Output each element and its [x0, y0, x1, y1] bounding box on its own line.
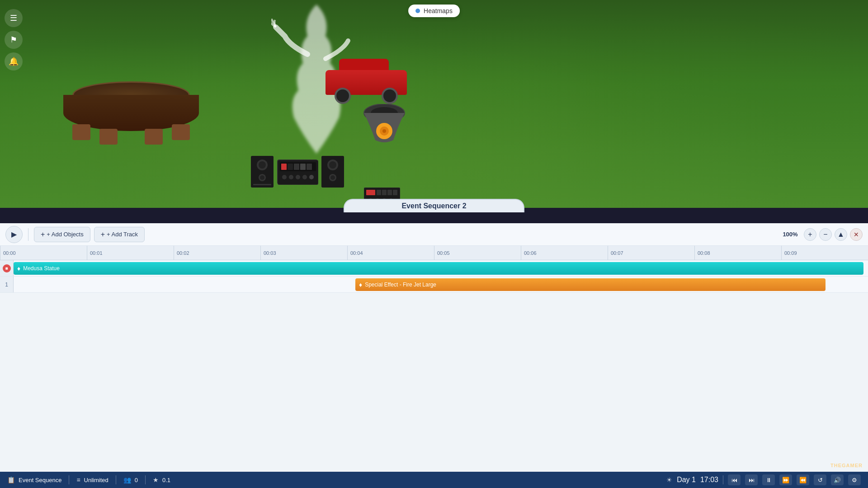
- time-mark-0: 00:00: [0, 246, 87, 260]
- visitors-count: 0: [135, 477, 138, 483]
- plus-icon-1: +: [41, 230, 45, 239]
- svg-point-4: [382, 129, 386, 133]
- track-content-medusa: ♦ Medusa Statue: [14, 260, 868, 276]
- play-button[interactable]: ▶: [5, 226, 23, 243]
- add-objects-label: + Add Objects: [47, 231, 83, 238]
- clip-fire-icon: ♦: [359, 281, 362, 288]
- svg-rect-32: [387, 190, 392, 195]
- svg-point-21: [302, 175, 307, 179]
- close-sequencer-button[interactable]: ✕: [850, 228, 863, 241]
- svg-rect-33: [393, 190, 397, 195]
- svg-point-27: [330, 175, 335, 180]
- zoom-controls: 100% + − ▲ ✕: [779, 228, 863, 241]
- track-delete-button-medusa[interactable]: ■: [3, 264, 11, 272]
- red-car-object: [326, 63, 407, 104]
- status-right: ☀ Day 1 17:03 ⏮ ⏭ ⏸ ⏩ ⏪ ↺ 🔊 ⚙: [666, 474, 861, 485]
- clip-medusa[interactable]: ♦ Medusa Statue: [14, 262, 863, 275]
- visitors-icon: 👥: [123, 476, 131, 483]
- svg-rect-16: [300, 164, 306, 170]
- sound-button[interactable]: 🔊: [831, 474, 844, 485]
- status-rating: ★ 0.1: [153, 476, 170, 483]
- add-track-label: + Add Track: [107, 231, 138, 238]
- sequencer-arch: Event Sequencer 2: [344, 199, 524, 212]
- scroll-up-button[interactable]: ▲: [835, 228, 847, 241]
- viewport-scene: [0, 0, 868, 208]
- tracks-container: ■ ♦ Medusa Statue 1 ♦ Special Effect - F…: [0, 260, 868, 293]
- svg-point-20: [296, 175, 300, 179]
- mixer: [277, 160, 318, 184]
- unlimited-icon: ≡: [76, 476, 80, 483]
- status-time: 17:03: [700, 476, 718, 484]
- svg-point-18: [282, 175, 287, 179]
- car-wheel-rear: [382, 88, 398, 104]
- time-mark-1: 00:01: [87, 246, 174, 260]
- unlimited-label: Unlimited: [84, 477, 108, 483]
- status-divider-3: [145, 475, 146, 484]
- track-row-1: 1 ♦ Special Effect - Fire Jet Large: [0, 277, 868, 293]
- track-content-1: ♦ Special Effect - Fire Jet Large: [14, 277, 868, 292]
- sun-icon: ☀: [666, 476, 672, 483]
- clip-medusa-label: Medusa Statue: [23, 265, 60, 272]
- time-mark-6: 00:06: [521, 246, 608, 260]
- speaker-right: [321, 156, 344, 188]
- svg-point-22: [309, 175, 314, 179]
- zoom-out-button[interactable]: −: [819, 228, 832, 241]
- clip-fire-jet[interactable]: ♦ Special Effect - Fire Jet Large: [355, 278, 826, 291]
- svg-rect-13: [281, 164, 287, 170]
- clip-medusa-icon: ♦: [17, 265, 20, 272]
- svg-rect-14: [288, 164, 293, 170]
- skip-forward-button[interactable]: ⏩: [779, 474, 792, 485]
- svg-rect-17: [307, 164, 312, 170]
- clip-fire-label: Special Effect - Fire Jet Large: [365, 282, 436, 288]
- time-mark-8: 00:08: [694, 246, 781, 260]
- status-divider-1: [69, 475, 69, 484]
- timeline-ruler: 00:00 00:01 00:02 00:03 00:04 00:05 00:0…: [0, 246, 868, 260]
- fast-forward-button[interactable]: ⏭: [745, 474, 758, 485]
- empty-tracks-area: [0, 293, 868, 483]
- status-event-sequence: 📋 Event Sequence: [7, 476, 61, 483]
- track-label-1: 1: [0, 277, 14, 292]
- car-wheel-front: [335, 88, 351, 104]
- toolbar-divider-1: [28, 228, 28, 241]
- zoom-in-button[interactable]: +: [804, 228, 816, 241]
- svg-point-25: [329, 161, 336, 169]
- svg-rect-31: [382, 190, 387, 195]
- status-bar: 📋 Event Sequence ≡ Unlimited 👥 0 ★ 0.1 ☀…: [0, 472, 868, 488]
- delete-icon: ■: [5, 266, 8, 271]
- day-label: Day 1: [677, 476, 696, 484]
- skip-back-button[interactable]: ⏪: [797, 474, 809, 485]
- watermark-text: THEGAMER: [830, 463, 863, 468]
- plus-icon-2: +: [101, 230, 105, 239]
- sequencer-title: Event Sequencer 2: [401, 202, 466, 210]
- svg-point-19: [289, 175, 293, 179]
- time-mark-3: 00:03: [260, 246, 347, 260]
- zoom-value: 100%: [779, 231, 801, 238]
- track-label-medusa: ■: [0, 260, 14, 276]
- add-track-button[interactable]: + + Add Track: [94, 227, 145, 242]
- time-mark-7: 00:07: [608, 246, 694, 260]
- svg-point-9: [260, 175, 264, 180]
- settings-button[interactable]: ⚙: [848, 474, 861, 485]
- track-number-1: 1: [5, 282, 8, 288]
- timeline-ruler-inner: 00:00 00:01 00:02 00:03 00:04 00:05 00:0…: [0, 246, 868, 260]
- drum-leg-1: [72, 124, 90, 140]
- add-objects-button[interactable]: + + Add Objects: [34, 227, 90, 242]
- drum-leg-4: [145, 129, 163, 145]
- refresh-button[interactable]: ↺: [814, 474, 826, 485]
- time-mark-4: 00:04: [347, 246, 434, 260]
- rating-value: 0.1: [162, 477, 170, 483]
- rewind-button[interactable]: ⏮: [728, 474, 741, 485]
- watermark: THEGAMER: [830, 463, 863, 468]
- rating-icon: ★: [153, 476, 159, 483]
- pause-button[interactable]: ⏸: [762, 474, 775, 485]
- svg-rect-29: [366, 190, 375, 195]
- sequencer-toolbar: ▶ + + Add Objects + + Add Track 100% + −…: [0, 223, 868, 246]
- audio-equipment-object: [251, 154, 341, 190]
- status-divider-right: [723, 475, 723, 484]
- play-icon: ▶: [11, 230, 17, 239]
- speaker-cone-object: [362, 104, 407, 146]
- svg-rect-30: [377, 190, 381, 195]
- svg-rect-10: [253, 184, 271, 185]
- game-viewport: ☰ ⚑ 🔔 Heatmaps: [0, 0, 868, 208]
- speaker-left: [251, 156, 274, 188]
